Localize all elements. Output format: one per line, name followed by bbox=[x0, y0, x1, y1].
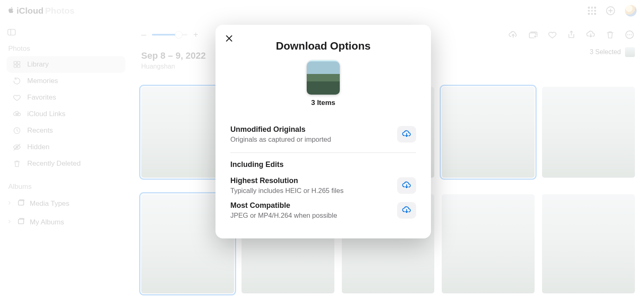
modal-title: Download Options bbox=[230, 40, 416, 52]
download-highest-res-button[interactable] bbox=[397, 177, 416, 194]
option-desc: Typically includes HEIC or H.265 files bbox=[230, 187, 397, 195]
close-button[interactable] bbox=[225, 34, 234, 44]
option-title: Highest Resolution bbox=[230, 176, 397, 185]
option-title: Unmodified Originals bbox=[230, 125, 397, 134]
edits-section-label: Including Edits bbox=[230, 160, 416, 169]
items-count: 3 Items bbox=[230, 99, 416, 107]
option-desc: Originals as captured or imported bbox=[230, 136, 397, 143]
cloud-down-icon bbox=[401, 129, 412, 140]
selection-preview bbox=[307, 62, 340, 95]
cloud-down-icon bbox=[401, 205, 412, 216]
option-most-compatible: Most Compatible JPEG or MP4/H.264 when p… bbox=[230, 200, 416, 224]
option-desc: JPEG or MP4/H.264 when possible bbox=[230, 212, 397, 219]
download-most-compatible-button[interactable] bbox=[397, 202, 416, 219]
download-options-modal: Download Options 3 Items Unmodified Orig… bbox=[215, 25, 431, 238]
download-unmodified-button[interactable] bbox=[397, 126, 416, 143]
close-icon bbox=[225, 34, 234, 43]
cloud-down-icon bbox=[401, 180, 412, 191]
option-unmodified-originals: Unmodified Originals Originals as captur… bbox=[230, 123, 416, 151]
option-title: Most Compatible bbox=[230, 201, 397, 210]
option-highest-resolution: Highest Resolution Typically includes HE… bbox=[230, 175, 416, 200]
divider bbox=[230, 152, 416, 153]
